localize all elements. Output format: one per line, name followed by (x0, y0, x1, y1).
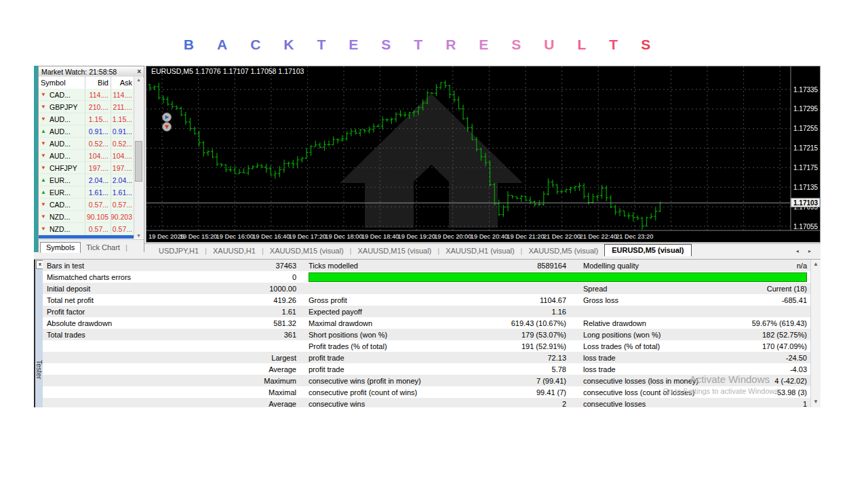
ask-cell: 1.61... (111, 186, 135, 198)
result-label: consecutive wins (profit in money) (296, 377, 473, 385)
market-watch-row[interactable]: ▲EUR...2.04...2.04... (39, 174, 135, 186)
tab-usdjpy-h1[interactable]: USDJPY,H1 (153, 246, 205, 256)
column-bid[interactable]: Bid (85, 77, 111, 89)
market-watch-row[interactable]: ▼CAD...114....114.... (39, 89, 135, 101)
time-axis-label: 21 Dec 22:40 (580, 233, 617, 240)
price-chart[interactable]: 1.173351.172951.172551.172151.171751.171… (146, 66, 821, 243)
column-ask[interactable]: Ask (111, 77, 135, 89)
result-value: -24.50 (736, 354, 811, 362)
bid-cell: 4318.... (85, 235, 111, 239)
result-value: 0 (246, 273, 296, 281)
arrow-up-icon: ▲ (39, 125, 47, 137)
page-title: BACKTESTRESULTS (0, 37, 834, 53)
result-value: 1.16 (473, 308, 566, 316)
result-value: -685.41 (736, 296, 811, 304)
results-row: Largestprofit trade72.13loss trade-24.50 (43, 352, 811, 363)
arrow-down-icon: ▼ (39, 211, 47, 222)
scroll-down-icon[interactable]: ▼ (134, 233, 143, 238)
symbol-cell: GBPJPY (47, 101, 85, 113)
title-letter: T (414, 37, 422, 53)
results-scrollbar[interactable]: ▲ ▼ (810, 260, 821, 407)
arrow-down-icon: ▼ (39, 101, 47, 113)
modelling-quality-bar (309, 272, 807, 282)
result-value: 8589164 (473, 262, 566, 270)
tab-scroll-arrows[interactable]: ◂ ▸ (796, 248, 821, 256)
bid-cell: 2.04... (85, 174, 111, 186)
result-label: Total net profit (43, 296, 246, 304)
tab-xauusd-h1[interactable]: XAUUSD,H1 (207, 246, 262, 256)
market-watch-scrollbar[interactable]: ▲ ▼ (134, 77, 143, 239)
results-row: Averageconsecutive wins2consecutive loss… (43, 398, 811, 407)
title-letter: S (511, 37, 521, 53)
market-watch-title: Market Watch: 21:58:58 (41, 68, 137, 76)
bid-cell: 0.57... (85, 223, 111, 235)
scroll-thumb[interactable] (135, 141, 142, 182)
result-value: 179 (53.07%) (473, 331, 566, 339)
market-watch-row[interactable]: ▲EUR...1.61...1.61... (39, 186, 135, 199)
activate-windows-subtext: Go to Settings to activate Windows (663, 387, 778, 395)
title-letter: B (184, 37, 194, 53)
symbol-cell: AUD... (47, 150, 85, 161)
tab-eurusd-m5-visual-[interactable]: EURUSD,M5 (visual) (604, 244, 691, 256)
result-label: Spread (566, 285, 736, 293)
market-watch-row[interactable]: ▼NZD...90.10590.203 (39, 211, 135, 223)
close-icon[interactable]: × (137, 68, 141, 75)
title-letter: C (250, 37, 260, 53)
market-watch-row[interactable]: ▲AUD...0.91...0.91... (39, 125, 135, 138)
market-watch-titlebar: Market Watch: 21:58:58 × (39, 66, 144, 77)
result-label: Mismatched charts errors (43, 273, 246, 281)
arrow-down-icon: ▼ (39, 113, 47, 125)
market-watch-row[interactable]: ▼CAD...0.57...0.57... (39, 199, 135, 211)
scroll-up-icon[interactable]: ▲ (811, 261, 821, 267)
result-value: Current (18) (736, 285, 811, 293)
result-value: 1 (736, 400, 811, 408)
ask-cell: 1.15... (111, 113, 135, 125)
result-label: loss trade (566, 354, 736, 362)
tab-symbols[interactable]: Symbols (40, 242, 81, 253)
time-axis-label: 19 Dec 18:00 (325, 233, 362, 240)
results-row: Mismatched charts errors0 (43, 271, 811, 283)
market-watch-row[interactable]: ▼GBPJPY210....211.... (39, 101, 135, 113)
tab-tick-chart[interactable]: Tick Chart (81, 243, 125, 253)
bid-cell: 197.... (85, 162, 111, 174)
time-axis-label: 19 Dec 2025 (149, 233, 184, 240)
tester-side-strip: x Tester (34, 260, 43, 407)
market-watch-row[interactable]: ▼AUD...0.52...0.52... (39, 138, 135, 150)
tab-xauusd-m5-visual-[interactable]: XAUUSD,M5 (visual) (522, 246, 604, 256)
result-value: 170 (47.09%) (736, 342, 811, 350)
result-value: 619.43 (10.67%) (473, 319, 566, 327)
result-value: Maximum (246, 377, 296, 385)
arrow-down-icon: ▼ (39, 162, 47, 174)
market-watch-header: Symbol Bid Ask (39, 77, 135, 89)
time-axis-label: 21 Dec 22:00 (543, 233, 580, 240)
result-label: Short positions (won %) (296, 331, 473, 339)
result-label: Total trades (43, 331, 246, 339)
result-value: 72.13 (473, 354, 566, 362)
tab-xauusd-h1-visual-[interactable]: XAUUSD,H1 (visual) (439, 246, 520, 256)
title-letter: T (609, 37, 618, 53)
market-watch-row[interactable]: ▼AUD...1.15...1.15... (39, 113, 135, 125)
symbol-cell: EUR... (47, 186, 85, 198)
results-row: Bars in test37463Ticks modelled8589164Mo… (43, 260, 811, 271)
scroll-down-icon[interactable]: ▼ (811, 399, 821, 405)
time-axis-label: 19 Dec 18:40 (361, 233, 399, 240)
result-label: profit trade (296, 365, 473, 373)
scroll-up-icon[interactable]: ▲ (134, 77, 143, 82)
tab-xauusd-m15-visual-[interactable]: XAUUSD,M15 (visual) (264, 246, 350, 256)
market-watch-row[interactable]: ▼CHFJPY197....197.... (39, 162, 135, 174)
result-label: profit trade (296, 354, 473, 362)
title-letter: T (317, 37, 326, 53)
market-watch-row[interactable]: ▼NZD...0.57...0.57... (39, 223, 135, 235)
ask-cell: 114.... (111, 89, 135, 100)
result-value: 7 (99.41) (473, 377, 566, 385)
result-label: Ticks modelled (296, 262, 473, 270)
price-scale-label: 1.17175 (793, 164, 818, 171)
column-symbol[interactable]: Symbol (39, 77, 85, 89)
arrow-up-icon: ▲ (39, 174, 47, 186)
market-watch-row[interactable]: ▼XAU...4318....4318.... (39, 235, 135, 239)
tab-xauusd-m15-visual-[interactable]: XAUUSD,M15 (visual) (351, 246, 437, 256)
price-scale-label: 1.17215 (793, 144, 818, 152)
title-letter: R (446, 37, 456, 53)
time-axis-label: 19 Dec 20:00 (434, 233, 471, 240)
market-watch-row[interactable]: ▼AUD...104....104.... (39, 150, 135, 162)
